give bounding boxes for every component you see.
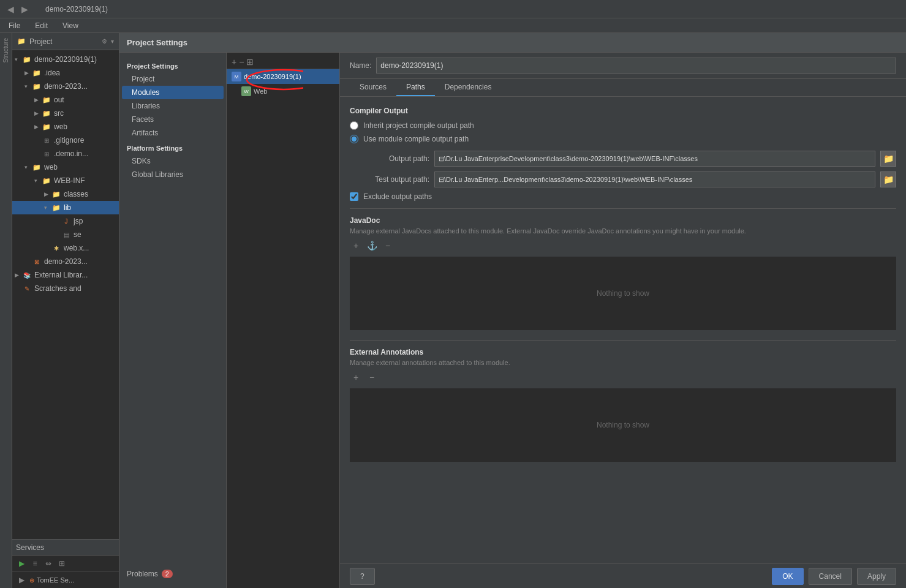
web-module-icon: W — [241, 86, 251, 96]
javadoc-link-btn[interactable]: ⚓ — [366, 239, 378, 252]
problems-label[interactable]: Problems — [127, 570, 158, 578]
folder-icon: 📁 — [22, 55, 32, 64]
chevron-icon: ▾ — [25, 164, 32, 170]
output-path-label: Output path: — [350, 154, 429, 163]
other-module-btn[interactable]: ⊞ — [246, 58, 254, 66]
tree-item-demo-jar[interactable]: ▶ ⊠ demo-2023... — [12, 255, 119, 268]
nav-back-button[interactable]: ◀ — [5, 3, 17, 15]
ext-annotations-empty-text: Nothing to show — [597, 421, 649, 429]
help-btn[interactable]: ? — [350, 568, 375, 585]
nav-project[interactable]: Project — [119, 72, 226, 86]
folder-icon: 📁 — [51, 203, 61, 213]
cancel-btn[interactable]: Cancel — [809, 568, 852, 585]
javadoc-remove-btn[interactable]: − — [382, 239, 394, 252]
menu-file[interactable]: File — [5, 20, 24, 31]
nav-global-libraries[interactable]: Global Libraries — [119, 168, 226, 181]
tomee-item[interactable]: ▶ ⊕ TomEE Se... — [16, 575, 115, 586]
tree-item-label: demo-20230919(1) — [34, 55, 97, 64]
menu-edit[interactable]: Edit — [31, 20, 51, 31]
tree-item-idea[interactable]: ▶ 📁 .idea — [12, 66, 119, 80]
nav-facets[interactable]: Facets — [119, 113, 226, 126]
test-output-path-input[interactable] — [434, 172, 875, 187]
inherit-radio-row: Inherit project compile output path — [350, 121, 896, 130]
nav-sdks[interactable]: SDKs — [119, 154, 226, 168]
xml-icon: ✱ — [51, 243, 61, 253]
nav-buttons: ◀ ▶ — [5, 3, 31, 15]
grid-btn[interactable]: ⊞ — [56, 558, 67, 569]
tree-item-webxml[interactable]: ▶ ✱ web.x... — [12, 241, 119, 255]
javadoc-toolbar: + ⚓ − — [350, 239, 896, 252]
ext-annotations-section: External Annotations Manage external ann… — [350, 348, 896, 462]
remove-module-btn[interactable]: − — [239, 58, 244, 66]
tree-item-lib[interactable]: ▾ 📁 lib — [12, 201, 119, 214]
module-item-web[interactable]: W Web — [227, 84, 339, 99]
folder-icon: 📁 — [32, 68, 42, 78]
expand-btn[interactable]: ▶ — [16, 575, 27, 586]
output-path-input[interactable] — [434, 151, 875, 167]
tree-item-label: web.x... — [64, 244, 89, 252]
dialog-main: Name: Sources Paths Dependencies Compile… — [340, 53, 906, 588]
chevron-icon: ▾ — [15, 56, 22, 62]
dialog-left-nav: Project Settings Project Modules Librari… — [119, 53, 227, 588]
problems-badge: 2 — [162, 570, 173, 578]
tree-item-classes[interactable]: ▶ 📁 classes — [12, 187, 119, 201]
menu-view[interactable]: View — [59, 20, 82, 31]
name-input[interactable] — [376, 58, 896, 74]
tab-dependencies[interactable]: Dependencies — [435, 79, 502, 96]
project-settings-section: Project Settings — [119, 60, 226, 72]
file-tree: ▾ 📁 demo-20230919(1) ▶ 📁 .idea ▾ 📁 demo-… — [12, 50, 119, 539]
test-output-path-browse-btn[interactable]: 📁 — [880, 172, 896, 187]
module-tree-area: + − ⊞ M demo-20230919(1) W Web — [227, 53, 340, 588]
ok-btn[interactable]: OK — [772, 568, 803, 585]
javadoc-section: JavaDoc Manage external JavaDocs attache… — [350, 216, 896, 330]
project-settings-dialog: Project Settings Project Settings Projec… — [119, 33, 906, 588]
tree-item-external-libs[interactable]: ▶ 📚 External Librar... — [12, 268, 119, 282]
structure-label[interactable]: Structure — [2, 38, 9, 63]
top-bar: ◀ ▶ demo-20230919(1) — [0, 0, 906, 18]
nav-artifacts[interactable]: Artifacts — [119, 126, 226, 140]
tree-item-out[interactable]: ▶ 📁 out — [12, 93, 119, 107]
ext-annotations-desc: Manage external annotations attached to … — [350, 359, 896, 366]
ext-annotations-toolbar: + − — [350, 371, 896, 383]
tab-sources[interactable]: Sources — [350, 79, 396, 96]
tree-item-demo[interactable]: ▾ 📁 demo-2023... — [12, 80, 119, 93]
list-btn[interactable]: ≡ — [29, 558, 40, 569]
panel-dropdown-btn[interactable]: ▾ — [111, 38, 114, 45]
run-button[interactable]: ▶ — [16, 558, 27, 569]
folder-icon: 📁 — [42, 176, 51, 186]
tree-item-gitignore[interactable]: ▶ ⊞ .gitignore — [12, 134, 119, 147]
tree-item-se[interactable]: ▶ ▤ se — [12, 228, 119, 241]
tree-item-jsp[interactable]: ▶ J jsp — [12, 214, 119, 228]
apply-btn[interactable]: Apply — [857, 568, 896, 585]
tree-item-webinf[interactable]: ▾ 📁 WEB-INF — [12, 174, 119, 187]
inherit-radio[interactable] — [350, 121, 358, 130]
nav-libraries[interactable]: Libraries — [119, 99, 226, 113]
ext-annotations-remove-btn[interactable]: − — [366, 371, 378, 383]
split-btn[interactable]: ⇔ — [43, 558, 54, 569]
output-path-browse-btn[interactable]: 📁 — [880, 151, 896, 167]
exclude-checkbox[interactable] — [350, 192, 358, 201]
nav-modules[interactable]: Modules — [122, 86, 224, 99]
nav-forward-button[interactable]: ▶ — [19, 3, 31, 15]
add-module-btn[interactable]: + — [232, 58, 236, 66]
ext-annotations-add-btn[interactable]: + — [350, 371, 362, 383]
tree-item-root[interactable]: ▾ 📁 demo-20230919(1) — [12, 53, 119, 66]
platform-settings-section: Platform Settings — [119, 142, 226, 154]
module-item-demo[interactable]: M demo-20230919(1) — [227, 69, 339, 84]
tree-item-web-blue[interactable]: ▾ 📁 web — [12, 160, 119, 174]
tree-item-demo-in[interactable]: ▶ ⊞ .demo.in... — [12, 147, 119, 160]
tree-item-web[interactable]: ▶ 📁 web — [12, 120, 119, 134]
javadoc-add-btn[interactable]: + — [350, 239, 362, 252]
tab-paths[interactable]: Paths — [396, 79, 435, 96]
section-divider — [350, 208, 896, 209]
chevron-icon: ▶ — [34, 124, 42, 130]
dialog-overlay: Project Settings Project Settings Projec… — [119, 33, 906, 588]
tree-item-src[interactable]: ▶ 📁 src — [12, 107, 119, 120]
use-module-radio[interactable] — [350, 135, 358, 143]
compiler-output-title: Compiler Output — [350, 107, 896, 115]
tree-item-label: Scratches and — [34, 284, 81, 293]
tree-item-scratches[interactable]: ▶ ✎ Scratches and — [12, 282, 119, 295]
exclude-checkbox-row: Exclude output paths — [350, 192, 896, 201]
app-title: demo-20230919(1) — [45, 5, 108, 13]
panel-settings-btn[interactable]: ⚙ — [102, 38, 107, 45]
